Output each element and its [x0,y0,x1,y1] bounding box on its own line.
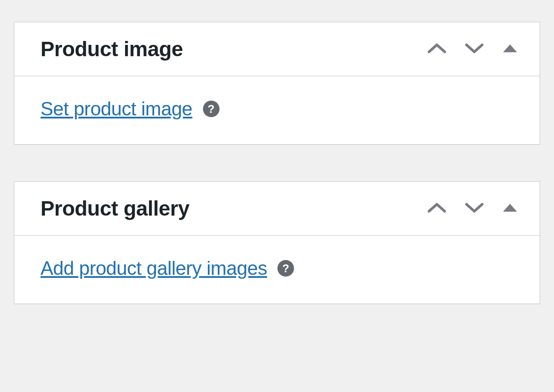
move-down-button[interactable] [465,202,484,215]
panel-title: Product gallery [41,196,189,220]
panel-title: Product image [41,37,183,61]
move-down-button[interactable] [465,42,484,56]
panel-body: Set product image ? [14,76,540,144]
move-up-button[interactable] [427,202,446,215]
panel-header: Product image [14,22,540,76]
chevron-down-icon [465,42,484,56]
set-product-image-link[interactable]: Set product image [41,98,193,120]
help-icon[interactable]: ? [203,101,220,117]
chevron-up-icon [427,42,446,56]
triangle-up-icon [502,203,518,214]
chevron-down-icon [465,202,484,215]
panel-controls [427,202,518,215]
help-icon[interactable]: ? [277,260,294,277]
panel-controls [427,42,518,56]
triangle-up-icon [502,44,518,54]
move-up-button[interactable] [427,42,446,56]
product-gallery-panel: Product gallery [14,181,540,304]
product-image-panel: Product image [14,22,540,145]
panel-header: Product gallery [14,182,540,236]
toggle-panel-button[interactable] [502,44,518,54]
toggle-panel-button[interactable] [502,203,518,214]
add-gallery-images-link[interactable]: Add product gallery images [41,257,267,279]
chevron-up-icon [427,202,446,215]
panel-body: Add product gallery images ? [14,236,540,304]
